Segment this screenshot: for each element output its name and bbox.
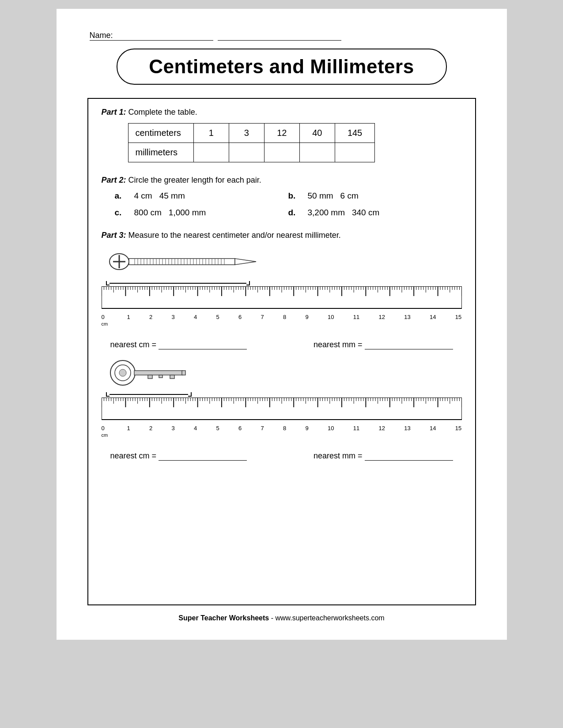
nearest-mm-label-screw: nearest mm = (314, 340, 363, 349)
answer-row-key: nearest cm = nearest mm = (110, 451, 453, 461)
ruler-number: 7 (261, 314, 264, 327)
ruler-number: 0cm (102, 425, 108, 438)
ruler-key: 0cm123456789101112131415 (102, 398, 462, 438)
svg-rect-192 (159, 375, 162, 378)
nearest-mm-input-screw[interactable] (365, 349, 453, 349)
ruler-number: 3 (171, 425, 174, 438)
screw-image (106, 246, 462, 279)
svg-rect-191 (148, 375, 152, 379)
part2-label: Part 2: Circle the greater length for ea… (102, 176, 462, 185)
ruler-number: 7 (261, 425, 264, 438)
ruler-number: 15 (455, 425, 461, 438)
ruler-number: 14 (430, 425, 436, 438)
part2-letter-d: d. (288, 208, 301, 218)
page-title: Centimeters and Millimeters (131, 56, 433, 78)
part3-label: Part 3: Measure to the nearest centimete… (102, 231, 462, 240)
ruler-number: 6 (238, 425, 242, 438)
footer-brand: Super Teacher Worksheets (178, 614, 269, 622)
page: Name: Centimeters and Millimeters Part 1… (57, 9, 507, 640)
ruler-number: 4 (194, 425, 197, 438)
svg-marker-34 (235, 259, 256, 265)
part2-val1-c: 800 cm (134, 208, 162, 218)
table-row2-val1[interactable] (193, 143, 229, 162)
name-label: Name: (90, 31, 213, 41)
part2-val1-b: 50 mm (308, 191, 333, 201)
part2-letter-b: b. (288, 191, 301, 201)
nearest-mm-input-key[interactable] (365, 460, 453, 461)
part2-val2-c: 1,000 mm (169, 208, 206, 218)
footer-url: www.superteacherworksheets.com (275, 614, 384, 622)
ruler-number: 5 (216, 314, 219, 327)
part2-grid: a. 4 cm 45 mm b. 50 mm 6 cm c. 800 cm 1,… (115, 191, 462, 218)
ruler-number: 8 (283, 314, 286, 327)
table-row2-val4[interactable] (299, 143, 335, 162)
part2-item-a: a. 4 cm 45 mm (115, 191, 288, 201)
ruler-screw-svg (102, 286, 462, 311)
ruler-number: 10 (328, 314, 334, 327)
ruler-number: 6 (238, 314, 242, 327)
key-image (106, 357, 462, 390)
ruler-number: 11 (353, 425, 359, 438)
ruler-number: 5 (216, 425, 219, 438)
nearest-mm-label-key: nearest mm = (314, 451, 363, 461)
nearest-mm-screw: nearest mm = (314, 340, 453, 349)
ruler-number: 1 (127, 425, 130, 438)
ruler-number: 14 (430, 314, 436, 327)
ruler-number: 15 (455, 314, 461, 327)
ruler-screw: 0cm123456789101112131415 (102, 286, 462, 327)
measure-section-key: 0cm123456789101112131415 (102, 357, 462, 438)
nearest-cm-label-key: nearest cm = (110, 451, 157, 461)
part2-val1-a: 4 cm (134, 191, 152, 201)
table-row2-val3[interactable] (264, 143, 299, 162)
ruler-number: 9 (306, 314, 309, 327)
name-line: Name: (87, 31, 476, 41)
answer-row-screw: nearest cm = nearest mm = (110, 340, 453, 349)
table-row1-val1: 1 (193, 124, 229, 143)
footer-separator: - (271, 614, 276, 622)
svg-rect-193 (170, 375, 174, 379)
table-row2-val2[interactable] (229, 143, 264, 162)
title-box: Centimeters and Millimeters (117, 49, 447, 85)
nearest-cm-input-screw[interactable] (159, 349, 247, 349)
table-row1-val5: 145 (335, 124, 374, 143)
part2-val2-d: 340 cm (352, 208, 379, 218)
part2-val1-d: 3,200 mm (308, 208, 345, 218)
table-row2-label: millimeters (128, 143, 193, 162)
measure-section-screw: 0cm123456789101112131415 (102, 246, 462, 327)
nearest-cm-label-screw: nearest cm = (110, 340, 157, 349)
table-row1-val4: 40 (299, 124, 335, 143)
svg-rect-190 (134, 371, 183, 375)
ruler-number: 2 (149, 314, 152, 327)
part2-val2-a: 45 mm (159, 191, 185, 201)
nearest-cm-screw: nearest cm = (110, 340, 247, 349)
worksheet-body: Part 1: Complete the table. centimeters … (87, 98, 476, 605)
nearest-cm-key: nearest cm = (110, 451, 247, 461)
table-row1-val2: 3 (229, 124, 264, 143)
ruler-number: 11 (353, 314, 359, 327)
ruler-number: 4 (194, 314, 197, 327)
part2-item-b: b. 50 mm 6 cm (288, 191, 462, 201)
footer: Super Teacher Worksheets - www.superteac… (87, 614, 476, 622)
ruler-number: 3 (171, 314, 174, 327)
ruler-number: 13 (404, 314, 410, 327)
ruler-number: 12 (379, 314, 385, 327)
ruler-key-svg (102, 398, 462, 422)
screw-svg (106, 246, 265, 277)
part2-letter-c: c. (115, 208, 127, 218)
ruler-number: 13 (404, 425, 410, 438)
key-svg (106, 357, 194, 388)
table-row1-val3: 12 (264, 124, 299, 143)
nearest-mm-key: nearest mm = (314, 451, 453, 461)
ruler-number: 9 (306, 425, 309, 438)
svg-rect-3 (129, 259, 235, 265)
ruler-number: 10 (328, 425, 334, 438)
conversion-table: centimeters 1 3 12 40 145 millimeters (128, 123, 375, 162)
ruler-number: 2 (149, 425, 152, 438)
ruler-number: 1 (127, 314, 130, 327)
table-row2-val5[interactable] (335, 143, 374, 162)
part2-letter-a: a. (115, 191, 127, 201)
part1-label: Part 1: Complete the table. (102, 108, 462, 117)
part2-val2-b: 6 cm (340, 191, 359, 201)
nearest-cm-input-key[interactable] (159, 460, 247, 461)
table-row1-label: centimeters (128, 124, 193, 143)
